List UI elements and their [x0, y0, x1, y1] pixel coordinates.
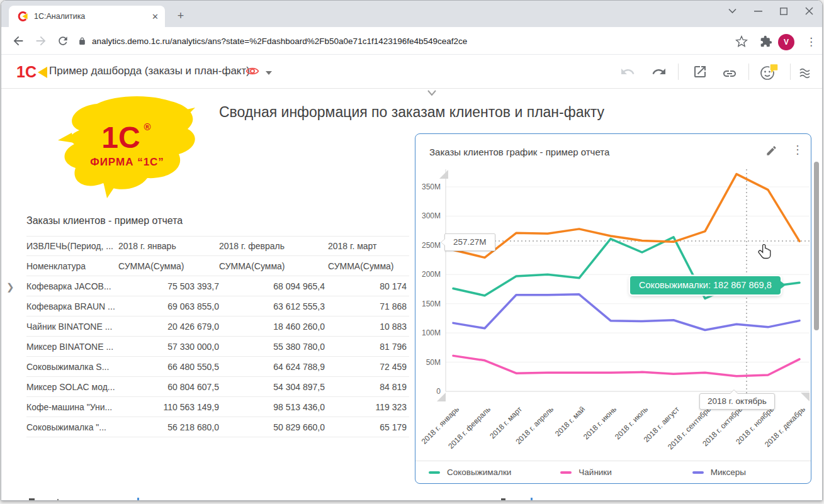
row-value: 54 304 897,5	[219, 382, 325, 392]
row-value: 60 804 607,5	[118, 382, 219, 392]
title-dropdown-caret-icon[interactable]	[266, 71, 272, 75]
row-value: 81 796	[325, 342, 407, 352]
reload-icon[interactable]	[57, 35, 69, 47]
row-value: 56 218 680,0	[118, 422, 219, 432]
layers-waves-icon[interactable]	[798, 66, 813, 81]
table-header-row-periods[interactable]: ИЗВЛЕЧЬ(Период, ... 2018 г. январь 2018 …	[26, 236, 409, 256]
column-header: 2018 г. январь	[118, 241, 219, 251]
new-tab-button[interactable]: +	[172, 8, 189, 25]
legend-item[interactable]: Миксеры	[679, 468, 811, 477]
table-row[interactable]: Кофеварка JACOB...75 503 393,768 094 965…	[26, 276, 409, 296]
row-value: 55 380 780,0	[219, 342, 325, 352]
table-row[interactable]: Чайник BINATONE ...20 426 679,018 460 26…	[26, 316, 409, 337]
row-label: Кофеварка JACOB...	[26, 281, 118, 291]
legend-swatch	[560, 471, 572, 474]
extensions-puzzle-icon[interactable]	[760, 35, 772, 48]
y-axis-tick: 300M	[422, 211, 441, 220]
chart-menu-kebab-icon[interactable]: ⋮	[792, 143, 803, 157]
logo-registered-mark: ®	[144, 121, 150, 132]
table-row[interactable]: Кофеварка BRAUN ...69 063 855,063 612 55…	[26, 296, 409, 316]
legend-swatch	[429, 471, 440, 474]
dashboard-title[interactable]: Пример дашборда (заказы и план-факт)	[49, 65, 250, 77]
clipped-next-card-fragment	[501, 498, 505, 501]
firm-1c-logo: 1С ® ФИРМА “1С”	[47, 94, 204, 207]
series-line-Чайники[interactable]	[453, 356, 799, 376]
app-logo-1c[interactable]: 1С	[16, 63, 47, 81]
y-axis-tick: 100M	[422, 328, 441, 337]
window-minimize-icon[interactable]	[754, 7, 762, 15]
series-tooltip: Соковыжималки: 182 867 869,8	[630, 276, 781, 294]
toolbar-divider	[748, 64, 749, 80]
table-row[interactable]: Миксер SOLAC мод...60 804 607,554 304 89…	[26, 377, 409, 397]
row-value: 98 513 436,0	[219, 402, 325, 412]
clipped-next-card-fragment	[137, 498, 139, 501]
y-value-tooltip: 257.27M	[444, 233, 495, 251]
legend-item[interactable]: Соковыжималки	[415, 468, 547, 477]
y-axis-tick: 350M	[422, 182, 441, 191]
column-header: ИЗВЛЕЧЬ(Период, ...	[26, 241, 118, 251]
y-axis-tick: 0	[436, 387, 441, 396]
column-header: 2018 г. март	[325, 241, 407, 251]
profile-avatar[interactable]: V	[778, 34, 794, 50]
x-axis-label: 2018 г. июнь	[582, 405, 618, 441]
row-value: 80 174	[325, 281, 407, 291]
y-axis-tick: 150M	[422, 300, 441, 308]
chart-legend: СоковыжималкиЧайникиМиксеры	[415, 461, 811, 483]
link-icon[interactable]	[722, 66, 737, 81]
forward-icon[interactable]	[34, 34, 48, 48]
table-row[interactable]: Кофе-машина "Уни...110 563 149,998 513 4…	[26, 397, 409, 417]
row-value: 64 624 788,9	[219, 362, 325, 372]
series-line-Миксеры[interactable]	[453, 294, 799, 330]
table-row[interactable]: Соковыжималка "...56 218 680,050 829 660…	[26, 417, 409, 437]
tab-title: 1С:Аналитика	[34, 12, 152, 21]
back-icon[interactable]	[11, 34, 25, 48]
legend-item[interactable]: Чайники	[547, 468, 679, 477]
browser-tab[interactable]: 1С:Аналитика ✕	[9, 6, 165, 27]
favicon-1c-icon	[18, 11, 28, 21]
undo-icon[interactable]	[620, 64, 635, 79]
browser-titlebar: 1С:Аналитика ✕ +	[1, 1, 822, 27]
table-header-row-measures[interactable]: Номенклатура СУММА(Сумма) СУММА(Сумма) С…	[26, 256, 409, 276]
collapse-chevron-icon[interactable]	[423, 89, 441, 97]
redo-icon[interactable]	[652, 64, 667, 79]
address-bar[interactable]: analytics.demo.1c.ru/analytics/ans?state…	[92, 36, 467, 46]
column-header: СУММА(Сумма)	[118, 261, 219, 271]
view-mode-eye-icon[interactable]	[246, 66, 259, 76]
logo-firm-text: ФИРМА “1С”	[90, 156, 164, 168]
app-logo-text: 1С	[16, 63, 37, 81]
window-close-icon[interactable]	[805, 7, 813, 15]
table-row[interactable]: Соковыжималка S...66 480 550,564 624 788…	[26, 357, 409, 377]
legend-label: Соковыжималки	[447, 468, 511, 477]
browser-window: 1С:Аналитика ✕ + analytics.demo.1c.ru/an…	[1, 0, 823, 501]
window-chevron-icon[interactable]	[728, 8, 737, 14]
clipped-next-card-fragment	[531, 498, 533, 501]
legend-label: Чайники	[578, 468, 612, 477]
sidebar-expand-chevron-icon[interactable]: ❯	[6, 281, 14, 293]
column-header: Номенклатура	[26, 261, 118, 271]
row-value: 20 426 679,0	[118, 322, 219, 332]
tab-close-icon[interactable]: ✕	[152, 12, 159, 21]
window-maximize-icon[interactable]	[780, 8, 787, 15]
row-value: 63 612 555,3	[219, 301, 325, 311]
report-table-rows: Кофеварка JACOB...75 503 393,768 094 965…	[26, 276, 409, 437]
legend-label: Миксеры	[711, 468, 746, 477]
row-value: 10 883	[325, 322, 407, 332]
bookmark-star-icon[interactable]	[735, 35, 748, 48]
column-header: СУММА(Сумма)	[325, 261, 407, 271]
row-label: Соковыжималка "...	[26, 422, 118, 432]
x-axis-label: 2018 г. май	[553, 405, 587, 438]
feedback-smiley-icon[interactable]	[760, 64, 779, 81]
page-scrollbar-thumb[interactable]	[814, 162, 819, 330]
table-row[interactable]: Миксер BINATONE ...57 330 000,055 380 78…	[26, 337, 409, 357]
row-value: 119 323	[325, 402, 407, 412]
lock-icon[interactable]	[78, 36, 86, 46]
browser-menu-kebab-icon[interactable]: ⋮	[806, 35, 816, 48]
open-in-new-icon[interactable]	[692, 64, 708, 79]
chart-card[interactable]: 050M100M150M200M250M300M350M2018 г. янва…	[415, 133, 811, 484]
toolbar-divider	[678, 64, 679, 80]
edit-pencil-icon[interactable]	[765, 145, 777, 157]
row-value: 110 563 149,9	[118, 402, 219, 412]
row-label: Кофе-машина "Уни...	[26, 402, 118, 412]
row-label: Миксер BINATONE ...	[26, 342, 118, 352]
row-value: 65 179	[325, 422, 407, 432]
